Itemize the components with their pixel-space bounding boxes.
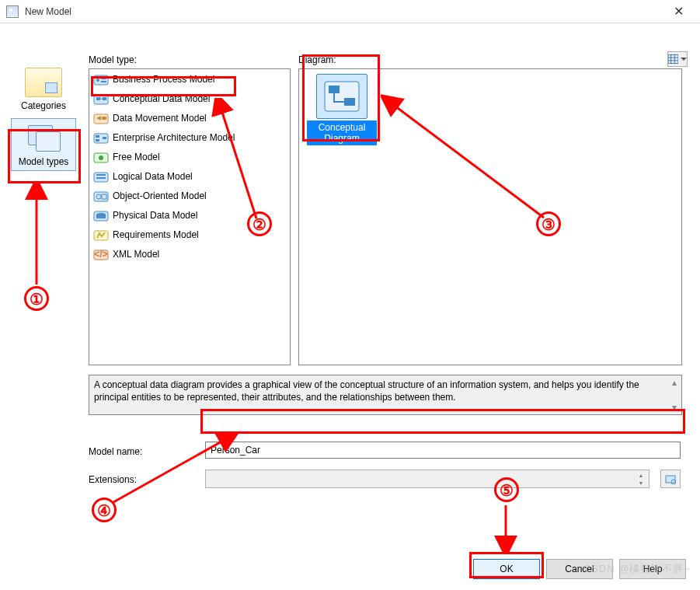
titlebar: New Model ✕ (0, 0, 700, 23)
list-item[interactable]: Free Model (89, 147, 290, 166)
list-item-label: Object-Oriented Model (113, 190, 207, 201)
list-item-label: XML Model (113, 249, 159, 260)
extensions-select[interactable]: ▴▾ (205, 470, 650, 488)
list-item[interactable]: Requirements Model (89, 225, 290, 244)
svg-point-20 (99, 155, 103, 160)
model-icon (92, 149, 110, 165)
diagram-panel: Conceptual Diagram (298, 68, 682, 365)
left-nav: Categories Model types (11, 62, 79, 174)
scrollbar[interactable]: ▴ ▾ (667, 375, 681, 414)
nav-categories[interactable]: Categories (11, 62, 76, 115)
list-item-label: Conceptual Data Model (113, 93, 210, 104)
model-icon (92, 227, 110, 243)
model-name-input[interactable] (205, 442, 681, 459)
list-item-label: Data Movement Model (113, 113, 207, 124)
model-icon: </> (92, 246, 110, 262)
list-item[interactable]: Business Process Model (89, 69, 290, 89)
list-item-label: Logical Data Model (113, 171, 193, 182)
model-icon (92, 72, 110, 87)
model-types-icon (25, 124, 62, 153)
list-item[interactable]: Object-Oriented Model (89, 186, 290, 205)
svg-rect-17 (96, 139, 99, 141)
list-item[interactable]: Data Movement Model (89, 108, 290, 127)
list-item-label: Free Model (113, 152, 160, 162)
list-item[interactable]: Physical Data Model (89, 205, 290, 225)
svg-rect-8 (101, 81, 106, 82)
diagram-icon (316, 74, 367, 119)
nav-model-types[interactable]: Model types (11, 118, 76, 171)
model-icon (92, 130, 110, 145)
svg-rect-36 (666, 476, 675, 483)
svg-rect-10 (96, 97, 100, 100)
svg-point-6 (96, 79, 99, 82)
list-item-label: Requirements Model (113, 229, 199, 240)
model-icon (92, 91, 110, 106)
diagram-item-conceptual[interactable]: Conceptual Diagram (307, 74, 377, 145)
window-title: New Model (25, 6, 663, 17)
app-icon (6, 5, 19, 18)
model-type-list[interactable]: Business Process Model Conceptual Data M… (89, 68, 291, 365)
dialog-content: Categories Model types Model type: Diagr… (0, 23, 700, 590)
close-button[interactable]: ✕ (663, 4, 694, 19)
svg-rect-5 (94, 75, 108, 85)
extensions-browse-button[interactable] (660, 470, 681, 488)
diagram-label: Diagram: (298, 54, 336, 65)
svg-rect-14 (102, 117, 106, 120)
model-type-label: Model type: (89, 54, 137, 65)
svg-rect-34 (329, 86, 340, 93)
svg-text:</>: </> (94, 249, 107, 260)
svg-rect-18 (103, 137, 106, 139)
ok-button[interactable]: OK (473, 559, 540, 579)
list-item-label: Enterprise Architecture Model (113, 132, 235, 143)
list-item[interactable]: Conceptual Data Model (89, 89, 290, 108)
list-item-label: Business Process Model (113, 74, 214, 85)
svg-rect-22 (96, 174, 106, 176)
watermark: CSDN @橘猫吃不胖~ (583, 562, 691, 576)
svg-rect-16 (96, 135, 99, 138)
folder-icon (25, 68, 62, 97)
list-item[interactable]: </> XML Model (89, 244, 290, 264)
svg-rect-35 (344, 98, 355, 106)
model-icon (92, 208, 110, 223)
description-box: A conceptual data diagram provides a gra… (89, 375, 682, 415)
description-text: A conceptual data diagram provides a gra… (94, 379, 639, 403)
scroll-up-icon: ▴ (667, 375, 681, 389)
svg-rect-29 (96, 215, 106, 218)
svg-rect-0 (668, 54, 678, 63)
list-item[interactable]: Enterprise Architecture Model (89, 127, 290, 147)
list-item-label: Physical Data Model (113, 210, 197, 221)
diagram-item-label: Conceptual Diagram (307, 120, 377, 145)
svg-rect-11 (103, 97, 106, 100)
nav-model-types-label: Model types (13, 156, 74, 167)
nav-categories-label: Categories (13, 100, 74, 111)
model-icon (92, 188, 110, 204)
svg-rect-23 (96, 177, 106, 179)
model-name-label: Model name: (89, 446, 142, 457)
model-icon (92, 110, 110, 126)
scroll-down-icon: ▾ (667, 400, 681, 414)
model-icon (92, 169, 110, 184)
stepper-icon: ▴▾ (635, 471, 647, 487)
svg-rect-7 (101, 78, 106, 79)
view-mode-button[interactable] (667, 51, 688, 67)
extensions-label: Extensions: (89, 474, 137, 485)
list-item[interactable]: Logical Data Model (89, 166, 290, 186)
